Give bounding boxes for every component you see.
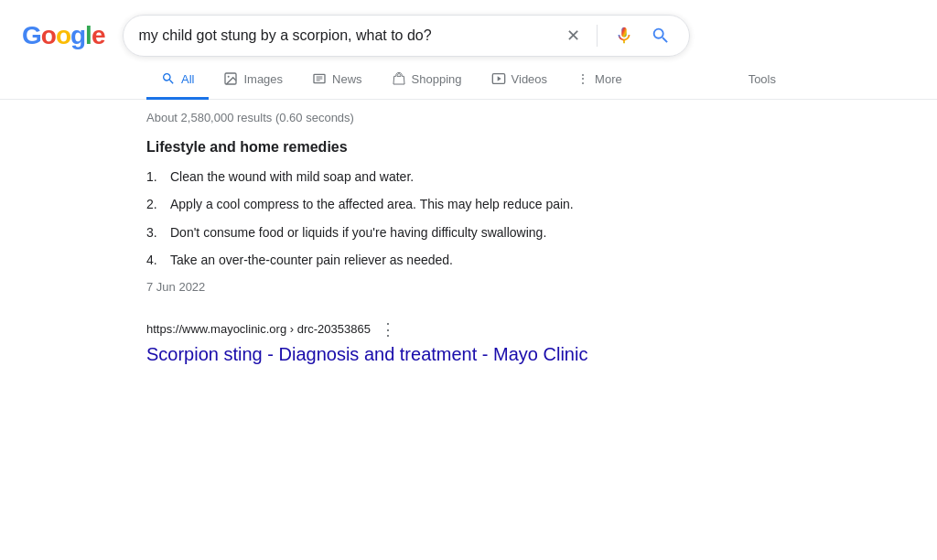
all-search-icon (161, 71, 176, 86)
tab-more[interactable]: ⋮ More (562, 60, 637, 100)
tab-more-label: More (595, 72, 622, 86)
tab-news[interactable]: News (297, 60, 377, 100)
svg-marker-7 (497, 76, 501, 81)
tab-videos[interactable]: Videos (477, 60, 563, 100)
tab-shopping-label: Shopping (412, 72, 462, 86)
shopping-icon (392, 71, 406, 86)
google-logo[interactable]: Google (22, 21, 104, 50)
header: Google ✕ (0, 0, 937, 57)
list-item: 1. Clean the wound with mild soap and wa… (146, 167, 677, 187)
voice-search-button[interactable] (610, 22, 638, 49)
more-dots-icon: ⋮ (576, 71, 589, 86)
tab-videos-label: Videos (512, 72, 548, 86)
list-number: 3. (146, 222, 163, 242)
result-url-row: https://www.mayoclinic.org › drc-2035386… (146, 319, 677, 339)
logo-letter-e: e (92, 21, 105, 50)
search-bar: ✕ (123, 15, 690, 57)
logo-letter-g: G (22, 21, 41, 50)
snippet-title: Lifestyle and home remedies (146, 139, 677, 156)
mic-icon (614, 26, 634, 46)
list-item-text: Take an over-the-counter pain reliever a… (170, 250, 453, 270)
tab-tools-label: Tools (749, 72, 776, 86)
clear-icon: ✕ (566, 26, 580, 46)
tab-images-label: Images (243, 72, 283, 86)
list-number: 1. (146, 167, 163, 187)
result-url: https://www.mayoclinic.org › drc-2035386… (146, 322, 371, 336)
logo-letter-o2: o (56, 21, 70, 50)
list-item: 4. Take an over-the-counter pain relieve… (146, 250, 677, 270)
list-item: 2. Apply a cool compress to the affected… (146, 194, 677, 214)
list-number: 4. (146, 250, 163, 270)
tab-images[interactable]: Images (209, 60, 297, 100)
tab-all[interactable]: All (146, 60, 209, 100)
results-container: About 2,580,000 results (0.60 seconds) L… (0, 100, 824, 374)
featured-snippet: Lifestyle and home remedies 1. Clean the… (146, 139, 677, 305)
list-item-text: Clean the wound with mild soap and water… (170, 167, 414, 187)
list-number: 2. (146, 194, 163, 214)
search-input[interactable] (138, 27, 554, 44)
results-info: About 2,580,000 results (0.60 seconds) (146, 100, 677, 139)
search-result: https://www.mayoclinic.org › drc-2035386… (146, 305, 677, 374)
news-icon (312, 71, 327, 86)
search-icon (651, 26, 671, 46)
search-bar-wrapper: ✕ (123, 15, 690, 57)
search-tabs: All Images News Shopping Videos ⋮ More T… (0, 60, 937, 100)
tab-shopping[interactable]: Shopping (377, 60, 477, 100)
result-options-button[interactable]: ⋮ (380, 319, 396, 339)
snippet-date: 7 Jun 2022 (146, 280, 677, 294)
svg-point-1 (228, 76, 230, 78)
list-item: 3. Don't consume food or liquids if you'… (146, 222, 677, 242)
tab-tools[interactable]: Tools (734, 61, 791, 100)
search-bar-divider (597, 25, 598, 47)
logo-letter-l: l (85, 21, 92, 50)
clear-button[interactable]: ✕ (563, 22, 584, 49)
images-icon (223, 71, 238, 86)
logo-letter-g2: g (70, 21, 85, 50)
tab-all-label: All (181, 72, 194, 86)
logo-letter-o1: o (41, 21, 56, 50)
result-title-link[interactable]: Scorpion sting - Diagnosis and treatment… (146, 344, 587, 364)
videos-icon (491, 71, 506, 86)
list-item-text: Apply a cool compress to the affected ar… (170, 194, 574, 214)
search-button[interactable] (647, 22, 674, 49)
snippet-list: 1. Clean the wound with mild soap and wa… (146, 167, 677, 271)
list-item-text: Don't consume food or liquids if you're … (170, 222, 546, 242)
tab-news-label: News (332, 72, 362, 86)
